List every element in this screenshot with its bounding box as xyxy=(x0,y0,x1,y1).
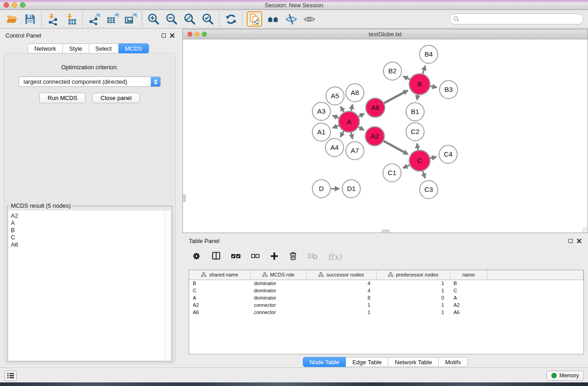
memory-button[interactable]: Memory xyxy=(546,371,584,381)
dropdown-stepper-icon[interactable] xyxy=(151,77,160,86)
tab-edge-table[interactable]: Edge Table xyxy=(346,357,388,367)
float-panel-icon[interactable] xyxy=(162,33,166,38)
table-cell[interactable]: dominator xyxy=(250,287,306,294)
column-header[interactable]: MCDS role xyxy=(250,270,306,280)
graph-node-C1[interactable]: C1 xyxy=(383,164,401,182)
table-cell[interactable]: 1 xyxy=(376,280,450,287)
graph-node-A1[interactable]: A1 xyxy=(312,123,330,141)
minimize-button[interactable] xyxy=(195,32,200,37)
table-cell[interactable]: B xyxy=(189,280,250,287)
graph-node-B1[interactable]: B1 xyxy=(406,103,424,121)
export-network-icon[interactable] xyxy=(87,12,101,26)
export-table-icon[interactable] xyxy=(105,12,120,26)
delete-column-trash-icon[interactable] xyxy=(289,251,297,262)
graph-edge[interactable] xyxy=(403,165,410,168)
graph-edge[interactable] xyxy=(333,116,339,118)
graph-edge[interactable] xyxy=(423,171,425,178)
resize-grip-icon[interactable] xyxy=(582,227,588,233)
graph-node-B3[interactable]: B3 xyxy=(440,81,458,99)
close-panel-button[interactable]: Close panel xyxy=(92,93,140,103)
show-columns-icon[interactable] xyxy=(211,251,221,262)
graph-edge[interactable] xyxy=(430,86,437,87)
table-cell[interactable]: A6 xyxy=(450,309,487,316)
table-cell[interactable]: A xyxy=(450,294,487,301)
graph-node-B4[interactable]: B4 xyxy=(420,45,438,63)
import-table-icon[interactable] xyxy=(64,12,78,26)
close-button[interactable] xyxy=(4,2,9,8)
table-row[interactable]: A2connector11A2 xyxy=(189,301,583,309)
graph-edge[interactable] xyxy=(351,105,353,111)
table-settings-gear-icon[interactable] xyxy=(191,251,201,262)
graph-node-C[interactable]: C xyxy=(409,150,430,171)
graph-edge[interactable] xyxy=(417,95,418,100)
save-session-icon[interactable] xyxy=(23,12,37,26)
graph-node-D1[interactable]: D1 xyxy=(342,180,360,198)
graph-node-D[interactable]: D xyxy=(312,180,330,198)
table-cell[interactable]: dominator xyxy=(250,294,306,301)
zoom-selected-icon[interactable] xyxy=(201,12,215,26)
close-button[interactable] xyxy=(187,32,192,37)
graph-edge[interactable] xyxy=(403,76,410,80)
zoom-in-icon[interactable] xyxy=(146,12,161,26)
graph-node-B[interactable]: B xyxy=(409,74,430,95)
open-session-icon[interactable] xyxy=(5,12,19,26)
table-cell[interactable]: 4 xyxy=(306,280,376,287)
close-panel-icon[interactable] xyxy=(170,33,175,38)
graph-node-C2[interactable]: C2 xyxy=(406,123,424,141)
zoom-button[interactable] xyxy=(20,2,25,8)
graph-edge[interactable] xyxy=(333,125,339,128)
result-item[interactable]: C xyxy=(11,234,171,241)
table-row[interactable]: A6connector11A6 xyxy=(189,309,583,316)
import-network-icon[interactable] xyxy=(46,12,60,26)
table-cell[interactable]: 1 xyxy=(306,301,376,309)
graph-edge[interactable] xyxy=(383,141,407,154)
tab-style[interactable]: Style xyxy=(63,43,89,53)
result-item[interactable]: A2 xyxy=(11,212,171,219)
select-all-columns-icon[interactable] xyxy=(231,253,241,261)
table-cell[interactable]: connector xyxy=(250,301,306,309)
table-cell[interactable]: A xyxy=(189,294,250,301)
table-cell[interactable]: B xyxy=(450,280,487,287)
graph-node-A[interactable]: A xyxy=(339,111,359,132)
graph-edge[interactable] xyxy=(359,114,364,116)
export-image-icon[interactable] xyxy=(123,12,138,26)
network-overview-icon[interactable] xyxy=(247,11,262,27)
unselect-all-columns-icon[interactable] xyxy=(251,253,260,260)
graph-edge[interactable] xyxy=(430,157,436,158)
graph-edge[interactable] xyxy=(341,107,344,112)
table-cell[interactable]: 8 xyxy=(306,294,376,301)
search-box[interactable] xyxy=(449,14,583,24)
table-row[interactable]: Cdominator41C xyxy=(189,287,583,294)
graph-node-A5[interactable]: A5 xyxy=(326,87,344,105)
column-header[interactable]: shared name xyxy=(189,270,250,280)
table-cell[interactable]: 0 xyxy=(376,294,450,301)
graph-node-A4[interactable]: A4 xyxy=(325,138,344,157)
table-row[interactable]: Bdominator41B xyxy=(189,280,583,287)
tab-node-table[interactable]: Node Table xyxy=(303,357,346,367)
splitter-grip[interactable] xyxy=(382,230,389,233)
table-cell[interactable]: A2 xyxy=(189,301,250,309)
graph-node-A7[interactable]: A7 xyxy=(346,142,364,160)
graph-edge[interactable] xyxy=(359,127,364,130)
tab-network[interactable]: Network xyxy=(28,43,63,53)
table-row[interactable]: Adominator80A xyxy=(189,294,583,301)
zoom-fit-icon[interactable] xyxy=(182,12,197,26)
graph-node-A2[interactable]: A2 xyxy=(365,127,384,146)
close-panel-icon[interactable] xyxy=(577,238,582,243)
task-history-button[interactable] xyxy=(5,371,17,381)
table-cell[interactable]: 1 xyxy=(306,309,376,316)
graph-node-C3[interactable]: C3 xyxy=(420,181,438,199)
create-column-plus-icon[interactable] xyxy=(270,252,279,262)
minimize-button[interactable] xyxy=(12,2,17,8)
column-header[interactable]: predecessor nodes xyxy=(376,270,450,280)
result-item[interactable]: A xyxy=(11,219,171,227)
column-header[interactable]: name xyxy=(450,270,487,280)
table-cell[interactable]: 4 xyxy=(306,287,376,294)
graph-node-C4[interactable]: C4 xyxy=(439,145,457,163)
graph-node-A6[interactable]: A6 xyxy=(366,98,385,117)
table-cell[interactable]: 1 xyxy=(376,287,450,294)
table-cell[interactable]: 1 xyxy=(376,309,450,316)
table-cell[interactable]: A2 xyxy=(450,301,487,309)
home-icon[interactable] xyxy=(266,12,280,26)
graph-node-A3[interactable]: A3 xyxy=(312,102,330,120)
